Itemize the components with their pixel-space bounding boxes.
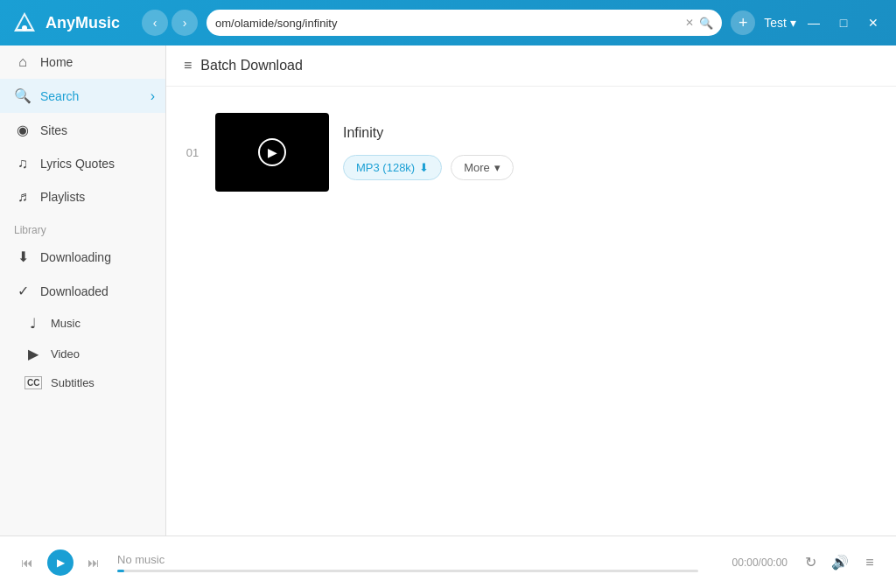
sidebar-item-downloaded[interactable]: ✓ Downloaded bbox=[0, 274, 165, 308]
subtitles-icon: CC bbox=[24, 376, 42, 389]
sidebar-item-sites[interactable]: ◉ Sites bbox=[0, 113, 165, 147]
main-area: ⌂ Home 🔍 Search ◉ Sites ♫ Lyrics Quotes … bbox=[0, 46, 896, 536]
titlebar: AnyMusic ‹ › om/olamide/song/infinity ✕ … bbox=[0, 0, 896, 46]
sidebar-item-downloading-label: Downloading bbox=[40, 250, 111, 264]
play-triangle-icon: ▶ bbox=[268, 145, 277, 159]
close-button[interactable]: ✕ bbox=[861, 10, 886, 35]
player-controls: ⏮ ▶ ⏭ bbox=[14, 550, 107, 576]
lyrics-icon: ♫ bbox=[14, 156, 32, 172]
url-bar[interactable]: om/olamide/song/infinity ✕ 🔍 bbox=[206, 10, 722, 36]
logo-icon bbox=[10, 9, 38, 37]
player-bar: ⏮ ▶ ⏭ No music 00:00/00:00 ↻ 🔊 ≡ bbox=[0, 536, 896, 588]
home-icon: ⌂ bbox=[14, 54, 32, 70]
search-icon: 🔍 bbox=[14, 88, 32, 104]
player-info: No music bbox=[117, 553, 698, 572]
time-display: 00:00/00:00 bbox=[709, 556, 788, 569]
volume-button[interactable]: 🔊 bbox=[828, 550, 852, 575]
sidebar-item-lyrics[interactable]: ♫ Lyrics Quotes bbox=[0, 147, 165, 180]
sidebar-item-sites-label: Sites bbox=[40, 123, 67, 137]
downloaded-icon: ✓ bbox=[14, 283, 32, 299]
play-pause-button[interactable]: ▶ bbox=[47, 550, 74, 576]
add-tab-button[interactable]: + bbox=[731, 10, 755, 35]
app-logo: AnyMusic bbox=[10, 9, 133, 37]
batch-download-title: Batch Download bbox=[200, 58, 303, 74]
sidebar-item-subtitles-label: Subtitles bbox=[51, 376, 94, 389]
content-area: ≡ Batch Download 01 ▶ Infinity MP3 (128k… bbox=[166, 46, 896, 536]
player-right-controls: ↻ 🔊 ≡ bbox=[798, 550, 882, 575]
result-actions: MP3 (128k) ⬇ More ▾ bbox=[343, 155, 878, 180]
download-mp3-button[interactable]: MP3 (128k) ⬇ bbox=[343, 155, 442, 180]
back-button[interactable]: ‹ bbox=[142, 10, 168, 36]
sidebar-item-video[interactable]: ▶ Video bbox=[0, 339, 165, 369]
repeat-button[interactable]: ↻ bbox=[798, 550, 822, 575]
chevron-down-icon: ▾ bbox=[790, 16, 796, 30]
svg-point-2 bbox=[22, 25, 27, 31]
user-name: Test bbox=[764, 16, 787, 30]
maximize-button[interactable]: □ bbox=[831, 10, 856, 35]
sidebar-item-subtitles[interactable]: CC Subtitles bbox=[0, 369, 165, 396]
video-thumbnail[interactable]: ▶ bbox=[215, 113, 329, 192]
download-btn-label: MP3 (128k) bbox=[356, 161, 415, 174]
sidebar: ⌂ Home 🔍 Search ◉ Sites ♫ Lyrics Quotes … bbox=[0, 46, 166, 536]
result-number: 01 bbox=[184, 146, 201, 159]
queue-button[interactable]: ≡ bbox=[858, 550, 882, 575]
result-info: Infinity MP3 (128k) ⬇ More ▾ bbox=[343, 125, 878, 180]
sidebar-item-downloaded-label: Downloaded bbox=[40, 284, 108, 298]
results-area: 01 ▶ Infinity MP3 (128k) ⬇ More bbox=[166, 87, 896, 536]
playlists-icon: ♬ bbox=[14, 189, 32, 205]
more-button[interactable]: More ▾ bbox=[451, 155, 514, 180]
batch-download-icon: ≡ bbox=[184, 58, 192, 74]
sidebar-item-lyrics-label: Lyrics Quotes bbox=[40, 157, 115, 171]
sidebar-item-music[interactable]: ♩ Music bbox=[0, 308, 165, 339]
next-button[interactable]: ⏭ bbox=[80, 550, 107, 576]
content-header: ≡ Batch Download bbox=[166, 46, 896, 87]
minimize-button[interactable]: — bbox=[802, 10, 826, 35]
progress-fill bbox=[117, 570, 124, 572]
sidebar-item-search-label: Search bbox=[40, 89, 79, 103]
previous-button[interactable]: ⏮ bbox=[14, 550, 40, 576]
sidebar-item-playlists[interactable]: ♬ Playlists bbox=[0, 180, 165, 214]
sidebar-item-playlists-label: Playlists bbox=[40, 190, 85, 204]
more-btn-label: More bbox=[464, 161, 490, 174]
url-text: om/olamide/song/infinity bbox=[215, 17, 680, 30]
now-playing-text: No music bbox=[117, 553, 698, 566]
progress-bar[interactable] bbox=[117, 570, 698, 572]
sidebar-item-downloading[interactable]: ⬇ Downloading bbox=[0, 240, 165, 274]
video-icon: ▶ bbox=[24, 346, 42, 362]
library-label: Library bbox=[0, 214, 165, 240]
user-menu-button[interactable]: Test ▾ bbox=[764, 16, 796, 30]
sidebar-item-video-label: Video bbox=[51, 347, 80, 360]
window-controls: Test ▾ — □ ✕ bbox=[764, 10, 886, 35]
result-title: Infinity bbox=[343, 125, 878, 141]
chevron-down-icon: ▾ bbox=[494, 161, 500, 174]
download-arrow-icon: ⬇ bbox=[419, 161, 429, 174]
play-overlay-button[interactable]: ▶ bbox=[258, 138, 286, 166]
sites-icon: ◉ bbox=[14, 122, 32, 138]
table-row: 01 ▶ Infinity MP3 (128k) ⬇ More bbox=[184, 104, 878, 200]
url-close-icon[interactable]: ✕ bbox=[685, 17, 694, 29]
nav-buttons: ‹ › bbox=[142, 10, 198, 36]
forward-button[interactable]: › bbox=[172, 10, 198, 36]
app-name: AnyMusic bbox=[46, 14, 120, 32]
sidebar-item-home[interactable]: ⌂ Home bbox=[0, 46, 165, 79]
downloading-icon: ⬇ bbox=[14, 248, 32, 265]
url-search-icon: 🔍 bbox=[699, 17, 713, 30]
sidebar-item-home-label: Home bbox=[40, 55, 73, 69]
sidebar-item-search[interactable]: 🔍 Search bbox=[0, 79, 165, 113]
sidebar-item-music-label: Music bbox=[51, 317, 80, 330]
music-icon: ♩ bbox=[24, 315, 42, 332]
